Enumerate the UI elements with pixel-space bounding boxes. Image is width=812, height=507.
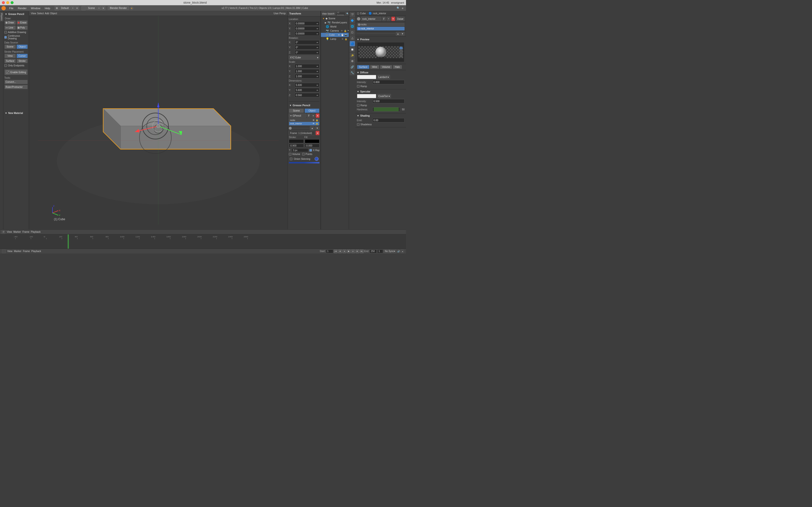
no-sync-dropdown[interactable]: No Sync ▾ <box>384 249 396 253</box>
gp-delete-btn[interactable]: ✕ <box>316 113 319 118</box>
material-icon-btn[interactable]: 🔵 <box>350 41 355 46</box>
shadeless-checkbox[interactable] <box>357 123 360 126</box>
line-button[interactable]: Line <box>4 25 16 30</box>
end-input[interactable]: 250 <box>369 249 377 253</box>
layout-add[interactable]: + <box>71 6 75 10</box>
diffuse-ramp-checkbox[interactable] <box>357 85 360 88</box>
loc-y-input[interactable]: 0.00000 ◂▸ <box>295 26 319 31</box>
frame-tl-btn[interactable]: Frame <box>23 250 30 252</box>
emit-input[interactable]: 0.00 <box>372 118 405 122</box>
rot-x-input[interactable]: 0° ◂▸ <box>295 40 319 44</box>
wire-tab[interactable]: Wire <box>370 65 379 69</box>
scene-icon-btn[interactable]: 🔷 <box>350 18 355 23</box>
layout-close[interactable]: ✕ <box>75 6 79 10</box>
marker-btn[interactable]: Marker <box>13 231 21 233</box>
frame-delete-btn[interactable]: ✕ <box>316 131 319 135</box>
constraints-icon-btn[interactable]: 🔗 <box>350 64 355 69</box>
gp-panel-header[interactable]: ▼ Grease Pencil <box>4 12 28 16</box>
loc-z-input[interactable]: 0.00000 ◂▸ <box>295 32 319 36</box>
fill-value[interactable]: : 0.000 <box>305 144 320 148</box>
render-menu[interactable]: Render <box>16 6 29 10</box>
jump-end-btn[interactable]: ►| <box>360 249 364 253</box>
fill-color[interactable] <box>305 139 320 143</box>
layout-selector[interactable]: Default <box>59 6 70 10</box>
maximize-button[interactable] <box>11 1 13 4</box>
onion-checkbox[interactable] <box>290 158 292 160</box>
render-engine-selector[interactable]: Blender Render ● <box>108 6 134 10</box>
mat-name-input[interactable]: rock_interior <box>361 17 382 21</box>
screen-icon[interactable]: ⊞ <box>55 6 59 10</box>
minimize-button[interactable] <box>6 1 9 4</box>
halo-tab[interactable]: Halo <box>393 65 402 69</box>
outliner-item-world[interactable]: 🌐 World <box>321 24 349 29</box>
outliner-item-camera[interactable]: 📷 Camera 👁 🔒 📷 <box>321 29 349 33</box>
mat-type-dropdown[interactable]: Data ▾ <box>396 17 405 21</box>
viewport-canvas[interactable]: X Y Z (1) Cube <box>29 16 288 225</box>
outliner-item-scene[interactable]: ▼ ◆ Scene <box>321 16 349 20</box>
jump-start-btn[interactable]: |◄ <box>334 249 338 253</box>
additive-checkbox[interactable] <box>4 31 7 34</box>
cursor-btn[interactable]: Cursor <box>16 54 28 58</box>
physics-icon-btn[interactable]: ⚙ <box>350 58 355 64</box>
mat-add-btn[interactable]: + <box>387 17 391 21</box>
f-btn[interactable]: F <box>307 113 311 118</box>
stroke-color[interactable] <box>289 139 304 143</box>
ruler-btn[interactable]: Ruler/Protractor <box>4 85 28 89</box>
diffuse-header[interactable]: ▼ Diffuse <box>357 71 405 74</box>
dim-x-input[interactable]: 5.600 ◂▸ <box>295 83 319 87</box>
hardness-input[interactable] <box>372 107 400 112</box>
volume-tab[interactable]: Volume <box>380 65 392 69</box>
view-menu[interactable]: View <box>31 12 36 15</box>
outliner-view-btn[interactable]: View <box>322 12 326 16</box>
points-checkbox[interactable] <box>302 153 305 156</box>
specular-shader-dropdown[interactable]: CookTorr ▾ <box>377 94 391 98</box>
texture-icon-btn[interactable]: 🔲 <box>350 47 355 52</box>
frame-timeline-btn[interactable]: Frame <box>22 231 30 233</box>
physics-tab[interactable]: Physics <box>0 12 3 21</box>
erase-button[interactable]: Erase <box>16 20 28 25</box>
gp-scene-btn[interactable]: Scene <box>289 108 304 113</box>
scene-selector[interactable]: Scene <box>86 6 96 10</box>
surface-btn[interactable]: Surface <box>4 59 16 63</box>
object-icon-btn[interactable]: ◻ <box>350 30 355 35</box>
layer-up-btn[interactable]: ▲ <box>310 126 314 130</box>
dim-y-input[interactable]: 5.600 ◂▸ <box>295 88 319 92</box>
render-icon-btn[interactable]: 🎬 <box>350 12 355 17</box>
audio-btn[interactable]: 🔊 <box>397 249 400 253</box>
gp-add-btn[interactable]: + <box>311 113 315 118</box>
dim-z-input[interactable]: 0.560 ◂▸ <box>295 93 319 97</box>
view-btn[interactable]: View <box>4 54 16 58</box>
view-timeline-btn[interactable]: View <box>7 231 12 233</box>
mat-rock-interior-item[interactable]: rock_interior <box>357 27 405 31</box>
layer-down-btn[interactable]: ▼ <box>315 126 319 130</box>
rot-y-input[interactable]: 0° ◂▸ <box>295 45 319 50</box>
mat-delete-btn[interactable]: ✕ <box>391 17 395 21</box>
new-material-header[interactable]: ▼ New Material <box>4 111 28 115</box>
current-frame-input[interactable]: 1 <box>377 249 383 253</box>
preview-header[interactable]: ▼ Preview <box>356 38 405 42</box>
shading-header[interactable]: ▼ Shading <box>357 114 405 117</box>
world-icon-btn[interactable]: 🌐 <box>350 24 355 29</box>
scene-btn[interactable]: Scene <box>4 44 16 49</box>
timeline-icon[interactable]: ⏱ <box>1 230 5 234</box>
file-menu[interactable]: File <box>7 6 15 10</box>
scale-z-input[interactable]: 1.000 ◂▸ <box>295 74 319 78</box>
list-icon[interactable]: ≡ <box>401 6 405 10</box>
layer-rock-interior[interactable]: rock_interior 👁 🔒 <box>289 122 319 125</box>
mat-f-btn[interactable]: F <box>382 17 386 21</box>
enable-editing-btn[interactable]: Enable Editing <box>4 69 28 75</box>
diffuse-intensity-input[interactable]: 0.800 <box>372 80 405 84</box>
add-menu[interactable]: Add <box>45 12 49 15</box>
specular-color-swatch[interactable] <box>357 94 376 98</box>
specular-header[interactable]: ▼ Specular <box>357 90 405 93</box>
keyframe-btn[interactable]: ⬥ <box>401 249 404 253</box>
gp-pencil-selector[interactable]: ✏ GPencil <box>289 113 306 118</box>
scale-x-input[interactable]: 1.000 ◂▸ <box>295 64 319 68</box>
select-menu[interactable]: Select <box>37 12 44 15</box>
prev-frame-btn[interactable]: ◂ <box>343 249 346 253</box>
diffuse-shader-dropdown[interactable]: Lambert ▾ <box>377 75 390 79</box>
gp-object-btn[interactable]: Object <box>305 108 320 113</box>
viewport[interactable]: View Select Add Object User Persp <box>29 11 288 229</box>
mesh-icon-btn[interactable]: △ <box>350 35 355 41</box>
outliner-search-btn[interactable]: Search <box>327 12 335 16</box>
